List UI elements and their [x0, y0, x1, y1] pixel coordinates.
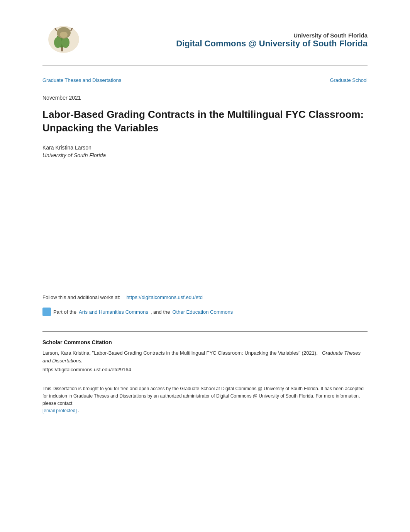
university-name: University of South Florida	[97, 32, 368, 39]
usf-logo	[42, 23, 85, 56]
contact-email-link[interactable]: [email protected]	[42, 408, 77, 413]
connector-text: , and the	[151, 309, 170, 315]
svg-point-3	[54, 37, 62, 48]
follow-section: Follow this and additional works at: htt…	[42, 294, 368, 301]
arts-humanities-link[interactable]: Arts and Humanities Commons	[79, 309, 148, 315]
citation-text-start: Larson, Kara Kristina, "Labor-Based Grad…	[42, 350, 318, 356]
citation-url: https://digitalcommons.usf.edu/etd/9164	[42, 366, 368, 374]
author-institution: University of South Florida	[42, 152, 368, 158]
other-education-link[interactable]: Other Education Commons	[173, 309, 233, 315]
page-header: University of South Florida Digital Comm…	[42, 23, 368, 66]
footer-period: .	[78, 408, 79, 413]
follow-url-link[interactable]: https://digitalcommons.usf.edu/etd	[127, 294, 203, 300]
citation-section: Scholar Commons Citation Larson, Kara Kr…	[42, 331, 368, 374]
svg-point-4	[62, 37, 69, 48]
follow-text: Follow this and additional works at:	[42, 294, 120, 300]
grad-school-link[interactable]: Graduate School	[330, 77, 368, 83]
svg-point-6	[60, 32, 68, 38]
citation-heading: Scholar Commons Citation	[42, 339, 368, 345]
commons-icon	[42, 308, 51, 316]
logo-area	[42, 23, 97, 58]
breadcrumb-row: Graduate Theses and Dissertations Gradua…	[42, 77, 368, 87]
document-title: Labor-Based Grading Contracts in the Mul…	[42, 108, 368, 135]
part-of-prefix: Part of the	[53, 309, 76, 315]
digital-commons-link[interactable]: Digital Commons @ University of South Fl…	[176, 39, 368, 48]
author-name: Kara Kristina Larson	[42, 144, 368, 151]
footer-text: This Dissertation is brought to you for …	[42, 386, 364, 406]
part-of-row: Part of the Arts and Humanities Commons …	[42, 308, 368, 316]
publication-date: November 2021	[42, 95, 368, 101]
header-text-area: University of South Florida Digital Comm…	[97, 32, 368, 49]
citation-body: Larson, Kara Kristina, "Labor-Based Grad…	[42, 349, 368, 374]
footer-section: This Dissertation is brought to you for …	[42, 385, 368, 415]
grad-theses-link[interactable]: Graduate Theses and Dissertations	[42, 77, 121, 83]
